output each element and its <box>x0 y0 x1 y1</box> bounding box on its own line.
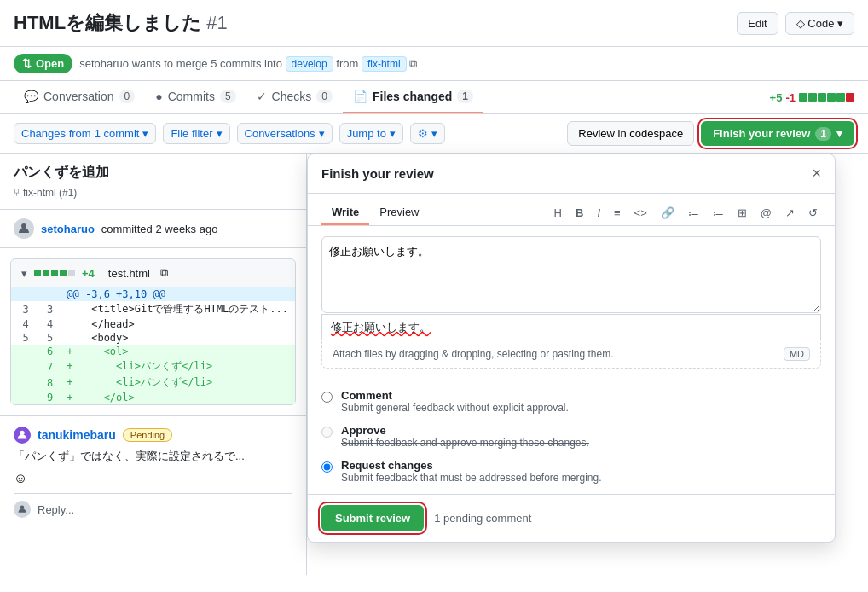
commits-icon: ● <box>155 90 162 103</box>
code-button[interactable]: ◇ Code ▾ <box>785 12 854 35</box>
dialog-footer: Submit review 1 pending comment <box>308 494 835 542</box>
diff-row-add: 8 + <li>パンくず</li> <box>11 374 295 391</box>
chevron-down-icon: ▾ <box>142 127 148 140</box>
md-icon: MD <box>784 347 810 361</box>
review-textarea[interactable]: <span class="spell-underline">修正お願いします。<… <box>321 236 821 313</box>
dialog-title: Finish your review <box>321 166 434 181</box>
diff-code: + <li>パンくず</li> <box>60 358 295 374</box>
diff-row-add: 9 + </ol> <box>11 391 295 404</box>
finish-review-button[interactable]: Finish your review 1 ▾ <box>701 121 854 146</box>
file-header: ▾ +4 test.html ⧉ <box>11 259 295 287</box>
diff-code: + <li>パンくず</li> <box>60 374 295 391</box>
dialog-header: Finish your review × <box>308 154 835 194</box>
copy-icon[interactable]: ⧉ <box>409 57 417 70</box>
diff-bar-seg <box>827 93 836 102</box>
author-name[interactable]: setoharuo <box>41 223 95 235</box>
pr-tabs: 💬 Conversation 0 ● Commits 5 ✓ Checks 0 … <box>0 81 868 114</box>
approve-option: Approve Submit feedback and approve merg… <box>321 424 821 449</box>
diff-bar <box>799 93 854 102</box>
conversation-icon: 💬 <box>24 90 38 103</box>
left-panel: パンくずを追加 ⑂ fix-html (#1) setoharuo commit… <box>0 154 307 575</box>
editor-area: <span class="spell-underline">修正お願いします。<… <box>321 236 821 369</box>
mention-tool[interactable]: @ <box>757 205 775 221</box>
pending-badge: Pending <box>123 428 172 442</box>
pr-status-badge: ⇅ Open <box>14 54 72 73</box>
reply-placeholder[interactable]: Reply... <box>38 503 74 516</box>
request-changes-label[interactable]: Request changes Submit feedback that mus… <box>341 459 602 484</box>
diff-row-add: 6 + <ol> <box>11 345 295 358</box>
diff-bar-seg <box>836 93 845 102</box>
diff-bar-seg <box>808 93 817 102</box>
head-branch[interactable]: fix-html <box>362 56 407 72</box>
request-changes-option: Request changes Submit feedback that mus… <box>321 459 821 484</box>
ordered-list-tool[interactable]: ≔ <box>709 205 727 221</box>
right-panel: Finish your review × Write Preview H B I… <box>307 154 868 575</box>
code-tool[interactable]: <> <box>631 205 651 221</box>
hunk-header: @@ -3,6 +3,10 @@ <box>60 287 295 301</box>
expand-icon[interactable]: ▾ <box>21 267 27 280</box>
chevron-down-icon: ▾ <box>319 127 325 140</box>
commit-branch: ⑂ fix-html (#1) <box>14 187 292 199</box>
file-filter-button[interactable]: File filter ▾ <box>163 123 229 144</box>
diff-row-add: 7 + <li>パンくず</li> <box>11 358 295 374</box>
file-name: test.html <box>108 267 150 280</box>
gear-icon: ⚙ <box>418 127 428 140</box>
file-stat-add: +4 <box>82 267 95 280</box>
chevron-down-icon: ▾ <box>431 127 437 140</box>
changes-from-button[interactable]: Changes from 1 commit ▾ <box>14 123 156 144</box>
diff-row: 3 3 <title>Gitで管理するHTMLのテスト... <box>11 301 295 317</box>
heading-tool[interactable]: H <box>551 205 565 221</box>
submit-review-button[interactable]: Submit review <box>321 505 424 531</box>
main-content: パンくずを追加 ⑂ fix-html (#1) setoharuo commit… <box>0 154 868 575</box>
conversations-button[interactable]: Conversations ▾ <box>237 123 333 144</box>
comment-label[interactable]: Comment Submit general feedback without … <box>341 389 569 414</box>
approve-label[interactable]: Approve Submit feedback and approve merg… <box>341 424 589 449</box>
list-tool[interactable]: ≔ <box>685 205 703 221</box>
write-preview-tabs: Write Preview H B I ≡ <> 🔗 ≔ ≔ ⊞ @ ↗ ↺ <box>308 194 835 226</box>
comment-option: Comment Submit general feedback without … <box>321 389 821 414</box>
diff-code: + <ol> <box>60 345 295 358</box>
commit-author: setoharuo committed 2 weeks ago <box>0 210 306 248</box>
diff-code: </head> <box>60 317 295 331</box>
copy-file-icon[interactable]: ⧉ <box>160 266 168 280</box>
comment-radio[interactable] <box>321 392 333 403</box>
close-button[interactable]: × <box>812 165 821 183</box>
toolbar-right: Review in codespace Finish your review 1… <box>567 121 854 146</box>
tab-checks[interactable]: ✓ Checks 0 <box>246 81 343 113</box>
italic-tool[interactable]: I <box>593 205 604 221</box>
tab-files-changed[interactable]: 📄 Files changed 1 <box>343 81 483 113</box>
edit-button[interactable]: Edit <box>737 12 778 35</box>
bold-tool[interactable]: B <box>572 205 587 221</box>
table-tool[interactable]: ⊞ <box>734 205 750 221</box>
diff-stat: +5 -1 <box>770 91 854 104</box>
files-count: 1 <box>457 90 473 103</box>
chevron-down-icon: ▾ <box>836 127 842 140</box>
commenter-name[interactable]: tanukimebaru <box>38 428 116 442</box>
cross-ref-tool[interactable]: ↗ <box>782 205 798 221</box>
request-changes-radio[interactable] <box>321 461 333 473</box>
base-branch[interactable]: develop <box>286 56 333 72</box>
file-stat-bars <box>34 270 75 276</box>
preview-tab[interactable]: Preview <box>369 200 429 225</box>
jump-to-button[interactable]: Jump to ▾ <box>339 123 403 144</box>
page-title: HTMLを編集しました #1 <box>14 10 228 36</box>
file-diff-block: ▾ +4 test.html ⧉ @@ -3 <box>10 258 296 405</box>
emoji-button[interactable]: ☺ <box>14 471 27 486</box>
write-tab[interactable]: Write <box>321 200 369 225</box>
diff-row: 5 5 <body> <box>11 331 295 345</box>
review-dialog: Finish your review × Write Preview H B I… <box>307 154 836 543</box>
link-tool[interactable]: 🔗 <box>657 205 678 221</box>
conversation-count: 0 <box>119 90 136 103</box>
settings-button[interactable]: ⚙ ▾ <box>410 123 445 144</box>
quote-tool[interactable]: ≡ <box>610 205 624 221</box>
undo-tool[interactable]: ↺ <box>805 205 821 221</box>
approve-radio[interactable] <box>321 427 333 438</box>
diff-hunk-row: @@ -3,6 +3,10 @@ <box>11 287 295 301</box>
author-avatar <box>14 218 34 239</box>
tab-commits[interactable]: ● Commits 5 <box>145 81 246 113</box>
page-header: HTMLを編集しました #1 Edit ◇ Code ▾ <box>0 0 868 47</box>
diff-row: 4 4 </head> <box>11 317 295 331</box>
codespace-button[interactable]: Review in codespace <box>567 121 694 146</box>
comment-section: tanukimebaru Pending 「パンくず」ではなく、実際に設定される… <box>0 415 306 528</box>
tab-conversation[interactable]: 💬 Conversation 0 <box>14 81 145 113</box>
